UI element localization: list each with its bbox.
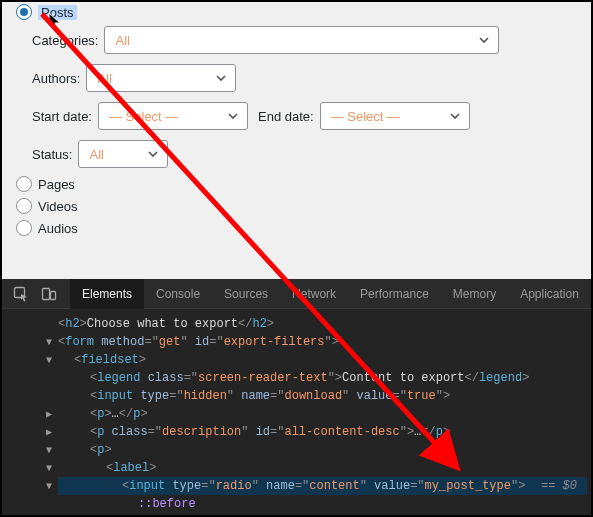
radio-pages-label: Pages — [38, 177, 75, 192]
device-toggle-icon[interactable] — [36, 281, 62, 307]
dom-attr-value: my_post_type — [425, 479, 511, 493]
tab-console[interactable]: Console — [144, 279, 212, 309]
dom-attr-value: content — [309, 479, 359, 493]
dom-line[interactable]: ▼<fieldset> — [58, 351, 587, 369]
radio-row-audios: Audios — [16, 220, 581, 236]
dom-attr-value: description — [162, 425, 241, 439]
tab-elements[interactable]: Elements — [70, 279, 144, 309]
radio-audios-label: Audios — [38, 221, 78, 236]
radio-row-videos: Videos — [16, 198, 581, 214]
dom-attr-value: export-filters — [224, 335, 325, 349]
dom-attr-value: get — [159, 335, 181, 349]
dom-line-selected[interactable]: ▼<input type="radio" name="content" valu… — [58, 477, 587, 495]
tab-network[interactable]: Network — [280, 279, 348, 309]
radio-posts-label: Posts — [38, 5, 77, 20]
authors-select[interactable]: All — [86, 64, 236, 92]
dom-line[interactable]: ▶<p class="description" id="all-content-… — [58, 423, 587, 441]
inspect-icon[interactable] — [8, 281, 34, 307]
svg-rect-1 — [43, 288, 50, 299]
dom-line[interactable]: ▶<p>…</p> — [58, 405, 587, 423]
chevron-down-icon — [147, 148, 159, 160]
tab-application[interactable]: Application — [508, 279, 591, 309]
categories-value: All — [115, 33, 129, 48]
dom-attr-value: true — [407, 389, 436, 403]
radio-audios[interactable] — [16, 220, 32, 236]
dom-line[interactable]: ::before — [58, 495, 587, 513]
enddate-value: — Select — — [331, 109, 400, 124]
dom-attr-value: all-content-desc — [284, 425, 399, 439]
dom-eq-dollar: == $0 — [541, 477, 577, 495]
dom-attr-value: radio — [216, 479, 252, 493]
export-form-panel: Posts Categories: All Authors: All Start… — [2, 2, 591, 279]
field-authors: Authors: All — [32, 64, 581, 92]
tab-sources[interactable]: Sources — [212, 279, 280, 309]
dom-pseudo: ::before — [138, 497, 196, 511]
field-status: Status: All — [32, 140, 581, 168]
dom-text: Content to export — [342, 371, 464, 385]
devtools-tabs: Elements Console Sources Network Perform… — [70, 279, 591, 309]
chevron-down-icon — [215, 72, 227, 84]
tab-memory[interactable]: Memory — [441, 279, 508, 309]
devtools-panel: Elements Console Sources Network Perform… — [2, 279, 591, 517]
startdate-value: — Select — — [109, 109, 178, 124]
authors-label: Authors: — [32, 71, 80, 86]
radio-posts[interactable] — [16, 4, 32, 20]
authors-value: All — [97, 71, 111, 86]
radio-row-pages: Pages — [16, 176, 581, 192]
dom-line[interactable]: <h2>Choose what to export</h2> — [58, 315, 587, 333]
radio-row-posts: Posts — [16, 4, 581, 20]
dom-line[interactable]: ▼<p> — [58, 441, 587, 459]
dom-line[interactable]: ▼<label> — [58, 459, 587, 477]
dom-line[interactable]: <legend class="screen-reader-text">Conte… — [58, 369, 587, 387]
field-categories: Categories: All — [32, 26, 581, 54]
enddate-select[interactable]: — Select — — [320, 102, 470, 130]
devtools-toolbar: Elements Console Sources Network Perform… — [2, 279, 591, 309]
enddate-label: End date: — [258, 109, 314, 124]
dom-tree[interactable]: <h2>Choose what to export</h2> ▼<form me… — [2, 309, 591, 517]
svg-rect-2 — [51, 291, 56, 299]
posts-subfilters: Categories: All Authors: All Start date:… — [32, 26, 581, 168]
field-dates: Start date: — Select — End date: — Selec… — [32, 102, 581, 130]
radio-videos-label: Videos — [38, 199, 78, 214]
status-select[interactable]: All — [78, 140, 168, 168]
chevron-down-icon — [478, 34, 490, 46]
chevron-down-icon — [449, 110, 461, 122]
status-label: Status: — [32, 147, 72, 162]
dom-line[interactable]: ▼<form method="get" id="export-filters"> — [58, 333, 587, 351]
categories-select[interactable]: All — [104, 26, 499, 54]
tab-performance[interactable]: Performance — [348, 279, 441, 309]
dom-attr-value: screen-reader-text — [198, 371, 328, 385]
startdate-select[interactable]: — Select — — [98, 102, 248, 130]
chevron-down-icon — [227, 110, 239, 122]
dom-attr-value: download — [284, 389, 342, 403]
startdate-label: Start date: — [32, 109, 92, 124]
radio-pages[interactable] — [16, 176, 32, 192]
status-value: All — [89, 147, 103, 162]
categories-label: Categories: — [32, 33, 98, 48]
dom-line[interactable]: <input type="hidden" name="download" val… — [58, 387, 587, 405]
dom-text: Choose what to export — [87, 317, 238, 331]
dom-text: … — [112, 407, 119, 421]
radio-videos[interactable] — [16, 198, 32, 214]
